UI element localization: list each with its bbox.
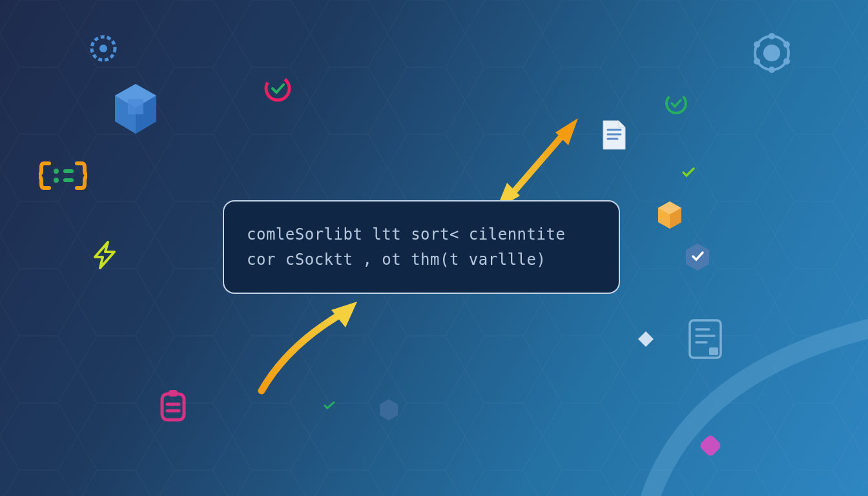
code-line-2: cor cSocktt , ot thm(t varllle) — [247, 247, 596, 272]
clipboard-icon — [157, 388, 189, 423]
svg-point-19 — [769, 33, 775, 39]
svg-marker-43 — [331, 302, 357, 327]
svg-point-9 — [54, 169, 59, 174]
code-snippet-box: comleSorlibt ltt sort< cilenntite cor cS… — [223, 200, 620, 294]
cube-yellow-icon — [656, 199, 685, 231]
code-line-1: comleSorlibt ltt sort< cilenntite — [247, 222, 596, 247]
lightning-icon — [88, 239, 121, 271]
svg-point-18 — [763, 45, 780, 61]
svg-marker-7 — [128, 99, 143, 114]
check-small-icon — [681, 167, 696, 178]
svg-rect-11 — [63, 169, 74, 173]
svg-rect-14 — [169, 390, 178, 397]
arrow-curved-icon — [249, 294, 378, 397]
check-center-icon — [323, 400, 336, 411]
check-circle-pink-icon — [264, 74, 293, 103]
svg-marker-39 — [380, 399, 398, 420]
svg-rect-12 — [63, 178, 74, 182]
arrow-up-right-icon — [491, 107, 594, 210]
code-bracket-icon — [39, 158, 87, 194]
svg-point-10 — [54, 178, 59, 183]
svg-point-20 — [783, 41, 790, 48]
hexagon-cube-icon — [110, 81, 161, 139]
hexagon-blue-icon — [378, 397, 400, 423]
document-icon — [599, 118, 628, 154]
network-node-icon — [748, 29, 796, 78]
svg-point-23 — [754, 58, 760, 65]
check-circle-green-icon — [663, 90, 689, 116]
gear-dashed-icon — [84, 29, 123, 68]
svg-point-3 — [99, 45, 107, 52]
svg-rect-13 — [162, 394, 184, 420]
svg-point-25 — [663, 90, 689, 116]
svg-point-24 — [754, 41, 760, 48]
svg-point-21 — [783, 58, 790, 65]
svg-point-22 — [769, 67, 775, 73]
decorative-curve — [610, 238, 868, 496]
